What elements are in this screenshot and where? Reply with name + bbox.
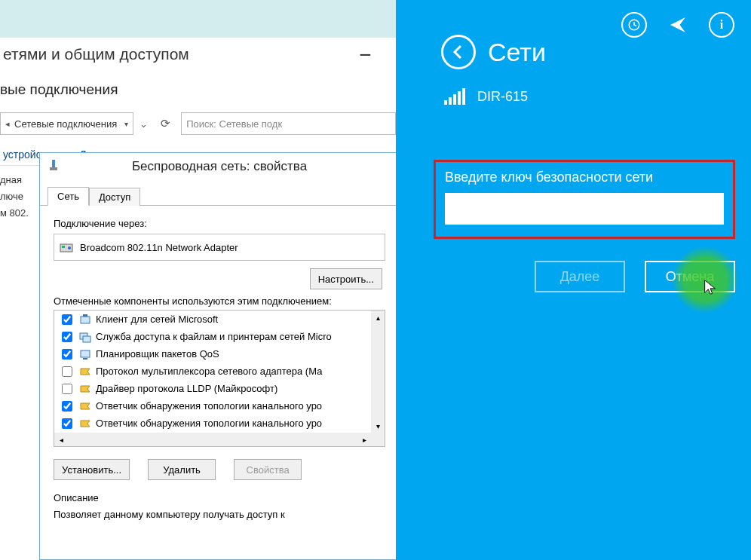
sidebar-text: дная <box>0 172 39 188</box>
tab-network[interactable]: Сеть <box>48 187 89 206</box>
chevron-down-icon: ▾ <box>124 120 128 128</box>
components-listbox[interactable]: Клиент для сетей MicrosoftСлужба доступа… <box>54 310 385 447</box>
description-section: Описание Позволяет данному компьютеру по… <box>54 492 385 522</box>
svg-rect-1 <box>50 167 57 170</box>
svg-rect-8 <box>83 336 90 342</box>
svg-rect-10 <box>83 358 87 360</box>
back-button[interactable] <box>441 35 476 69</box>
remove-button[interactable]: Удалить <box>148 459 216 480</box>
properties-button[interactable]: Свойства <box>234 459 302 480</box>
component-icon <box>79 418 91 430</box>
networks-charm: i Сети DIR-615 Введите ключ безопасности… <box>396 0 751 560</box>
svg-rect-9 <box>81 350 90 357</box>
window-subtitle: вые подключения <box>0 81 118 98</box>
connect-label: Подключение через: <box>54 218 385 229</box>
search-placeholder: Поиск: Сетевые подк <box>186 118 282 130</box>
tabs: Сеть Доступ <box>40 183 399 206</box>
component-label: Драйвер протокола LLDP (Майкрософт) <box>96 383 277 394</box>
component-icon <box>79 314 91 326</box>
scroll-left-icon[interactable]: ◂ <box>54 433 68 446</box>
adapter-icon <box>48 159 61 173</box>
component-item[interactable]: Клиент для сетей Microsoft <box>54 311 371 328</box>
wifi-signal-icon <box>444 90 465 105</box>
dropdown-arrow-icon[interactable]: ⌄ <box>138 118 149 130</box>
charm-header: Сети <box>441 35 546 69</box>
overlay-controls: i <box>621 12 734 38</box>
scroll-corner <box>371 433 385 446</box>
components-label: Отмеченные компоненты используются этим … <box>54 295 385 307</box>
security-key-input[interactable] <box>445 193 724 225</box>
network-name: DIR-615 <box>477 89 528 105</box>
scroll-up-icon[interactable]: ▴ <box>371 311 385 324</box>
component-item[interactable]: Протокол мультиплексора сетевого адаптер… <box>54 363 371 380</box>
component-checkbox[interactable] <box>62 384 72 394</box>
scrollbar-vertical[interactable]: ▴ ▾ <box>371 311 385 433</box>
component-checkbox[interactable] <box>62 349 72 360</box>
component-buttons: Установить... Удалить Свойства <box>54 459 385 480</box>
adapter-name: Broadcom 802.11n Network Adapter <box>80 242 238 253</box>
component-icon <box>79 366 91 378</box>
scroll-right-icon[interactable]: ▸ <box>357 433 371 446</box>
component-item[interactable]: Служба доступа к файлам и принтерам сете… <box>54 328 371 345</box>
component-icon <box>79 383 91 395</box>
key-panel: Введите ключ безопасности сети <box>434 160 735 239</box>
svg-rect-5 <box>81 317 90 323</box>
properties-dialog: Беспроводная сеть: свойства Сеть Доступ … <box>39 152 400 560</box>
refresh-icon[interactable]: ⟳ <box>154 112 176 135</box>
breadcrumb[interactable]: ◂ Сетевые подключения ▾ <box>0 112 133 135</box>
component-label: Ответчик обнаружения топологии канальног… <box>96 418 322 429</box>
sidebar-text: лючe <box>0 188 39 205</box>
description-heading: Описание <box>54 492 385 503</box>
dialog-titlebar: Беспроводная сеть: свойства <box>40 153 399 180</box>
component-item[interactable]: Ответчик обнаружения топологии канальног… <box>54 397 371 415</box>
component-checkbox[interactable] <box>62 401 72 412</box>
explorer-window: етями и общим доступом − вые подключения… <box>0 0 396 560</box>
breadcrumb-label: Сетевые подключения <box>14 118 117 130</box>
sidebar-text: м 802. <box>0 205 39 222</box>
cancel-button[interactable]: Отмена <box>645 261 735 292</box>
share-icon[interactable] <box>665 12 691 38</box>
network-row[interactable]: DIR-615 <box>444 89 528 105</box>
charm-title: Сети <box>488 38 546 67</box>
info-icon[interactable]: i <box>709 12 734 38</box>
component-item[interactable]: Драйвер протокола LLDP (Майкрософт) <box>54 380 371 397</box>
svg-rect-6 <box>83 314 87 317</box>
tab-access[interactable]: Доступ <box>89 188 140 206</box>
install-button[interactable]: Установить... <box>54 459 130 480</box>
key-label: Введите ключ безопасности сети <box>445 170 724 185</box>
component-label: Клиент для сетей Microsoft <box>96 314 218 325</box>
desktop-strip <box>0 0 396 38</box>
svg-rect-3 <box>62 246 65 248</box>
component-checkbox[interactable] <box>62 366 72 377</box>
minimize-icon[interactable]: − <box>356 53 375 57</box>
chevron-left-icon: ◂ <box>5 119 10 129</box>
component-icon <box>79 400 91 412</box>
search-input[interactable]: Поиск: Сетевые подк <box>181 112 396 135</box>
watch-later-icon[interactable] <box>621 12 647 38</box>
component-item[interactable]: Планировщик пакетов QoS <box>54 345 371 363</box>
configure-button[interactable]: Настроить... <box>310 268 382 289</box>
scrollbar-horizontal[interactable]: ◂ ▸ <box>54 433 371 446</box>
scroll-down-icon[interactable]: ▾ <box>371 419 385 433</box>
adapter-box: Broadcom 802.11n Network Adapter <box>54 234 385 261</box>
component-icon <box>79 331 91 343</box>
svg-rect-0 <box>52 160 55 167</box>
description-text: Позволяет данному компьютеру получать до… <box>54 508 385 522</box>
network-card-icon <box>59 240 74 255</box>
component-label: Служба доступа к файлам и принтерам сете… <box>96 331 332 342</box>
component-icon <box>79 348 91 360</box>
sidebar-fragment: дная лючe м 802. <box>0 172 39 222</box>
component-checkbox[interactable] <box>62 418 72 429</box>
component-label: Планировщик пакетов QoS <box>96 348 219 360</box>
svg-point-4 <box>68 246 71 249</box>
charm-buttons: Далее Отмена <box>434 261 735 292</box>
breadcrumb-row: ◂ Сетевые подключения ▾ ⌄ ⟳ Поиск: Сетев… <box>0 109 396 138</box>
component-checkbox[interactable] <box>62 332 72 342</box>
next-button[interactable]: Далее <box>535 261 625 292</box>
component-label: Протокол мультиплексора сетевого адаптер… <box>96 366 322 377</box>
component-label: Ответчик обнаружения топологии канальног… <box>96 400 322 412</box>
dialog-body: Подключение через: Broadcom 802.11n Netw… <box>40 206 399 529</box>
component-checkbox[interactable] <box>62 314 72 325</box>
window-title: етями и общим доступом <box>0 45 189 63</box>
component-item[interactable]: Ответчик обнаружения топологии канальног… <box>54 415 371 432</box>
